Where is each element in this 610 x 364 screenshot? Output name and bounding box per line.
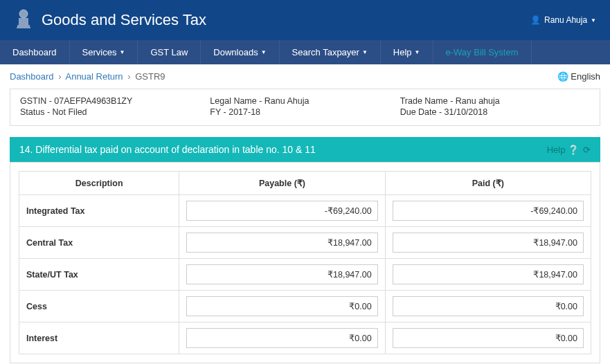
breadcrumb-current: GSTR9	[135, 71, 165, 82]
nav-eway[interactable]: e-Way Bill System	[433, 40, 532, 64]
row-payable-cell: ₹18,947.00	[179, 227, 385, 259]
status-value: Status - Not Filed	[20, 107, 210, 117]
col-payable: Payable (₹)	[179, 172, 385, 195]
breadcrumb-sep: ›	[127, 71, 130, 82]
table-row: Central Tax₹18,947.00₹18,947.00	[19, 227, 591, 259]
col-description: Description	[19, 172, 179, 195]
paid-input[interactable]: ₹0.00	[393, 328, 584, 348]
paid-input[interactable]: ₹18,947.00	[393, 233, 584, 253]
nav-search-taxpayer[interactable]: Search Taxpayer▼	[280, 40, 381, 64]
chevron-down-icon: ▼	[415, 49, 420, 55]
table-row: Cess₹0.00₹0.00	[19, 291, 591, 322]
page-title: Goods and Services Tax	[42, 11, 206, 29]
page-header: Goods and Services Tax 👤 Ranu Ahuja ▼	[0, 0, 610, 40]
user-menu[interactable]: 👤 Ranu Ahuja ▼	[530, 15, 596, 25]
row-desc: Interest	[19, 322, 179, 354]
breadcrumb-annual-return[interactable]: Annual Return	[65, 71, 123, 82]
payable-input[interactable]: ₹18,947.00	[186, 264, 377, 284]
row-paid-cell: -₹69,240.00	[385, 195, 591, 227]
row-desc: Cess	[19, 291, 179, 322]
svg-rect-1	[19, 18, 28, 25]
globe-icon: 🌐	[557, 71, 568, 82]
section-title: 14. Differential tax paid on account of …	[19, 144, 316, 155]
row-desc: Central Tax	[19, 227, 179, 259]
help-icon: ❔	[568, 145, 579, 155]
nav-dashboard[interactable]: Dashboard	[0, 40, 70, 64]
row-payable-cell: ₹18,947.00	[179, 259, 385, 291]
row-desc: Integrated Tax	[19, 195, 179, 227]
filing-info-box: GSTIN - 07AEFPA4963B1ZY Status - Not Fil…	[10, 89, 600, 126]
language-label: English	[571, 71, 600, 82]
gstin-value: GSTIN - 07AEFPA4963B1ZY	[20, 96, 210, 106]
svg-point-0	[19, 10, 28, 18]
section-header: 14. Differential tax paid on account of …	[10, 137, 600, 162]
payable-input[interactable]: ₹18,947.00	[186, 233, 377, 253]
chevron-down-icon: ▼	[261, 49, 267, 55]
due-date-value: Due Date - 31/10/2018	[400, 107, 590, 117]
paid-input[interactable]: -₹69,240.00	[393, 201, 584, 221]
payable-input[interactable]: -₹69,240.00	[186, 201, 377, 221]
row-paid-cell: ₹0.00	[385, 322, 591, 354]
row-payable-cell: ₹0.00	[179, 291, 385, 322]
svg-rect-2	[17, 25, 30, 27]
main-nav: Dashboard Services▼ GST Law Downloads▼ S…	[0, 40, 610, 64]
breadcrumb-dashboard[interactable]: Dashboard	[10, 71, 54, 82]
help-link[interactable]: Help ❔	[547, 145, 579, 155]
nav-help[interactable]: Help▼	[381, 40, 433, 64]
trade-name-value: Trade Name - Ranu ahuja	[400, 96, 590, 106]
breadcrumb-sep: ›	[58, 71, 61, 82]
user-icon: 👤	[530, 15, 541, 25]
breadcrumb: Dashboard › Annual Return › GSTR9	[10, 71, 165, 82]
row-payable-cell: ₹0.00	[179, 322, 385, 354]
row-paid-cell: ₹18,947.00	[385, 259, 591, 291]
svg-rect-3	[17, 27, 30, 28]
language-selector[interactable]: 🌐 English	[557, 71, 600, 82]
row-paid-cell: ₹0.00	[385, 291, 591, 322]
refresh-icon[interactable]: ⟳	[583, 145, 591, 155]
table-row: Integrated Tax-₹69,240.00-₹69,240.00	[19, 195, 591, 227]
india-emblem-icon	[14, 8, 33, 32]
chevron-down-icon: ▼	[591, 17, 596, 24]
nav-gst-law[interactable]: GST Law	[138, 40, 201, 64]
chevron-down-icon: ▼	[362, 49, 368, 55]
paid-input[interactable]: ₹0.00	[393, 296, 584, 316]
row-payable-cell: -₹69,240.00	[179, 195, 385, 227]
col-paid: Paid (₹)	[385, 172, 591, 195]
tax-table: Description Payable (₹) Paid (₹) Integra…	[19, 171, 591, 354]
paid-input[interactable]: ₹18,947.00	[393, 264, 584, 284]
chevron-down-icon: ▼	[119, 49, 125, 55]
payable-input[interactable]: ₹0.00	[186, 328, 377, 348]
table-row: State/UT Tax₹18,947.00₹18,947.00	[19, 259, 591, 291]
nav-downloads[interactable]: Downloads▼	[201, 40, 279, 64]
legal-name-value: Legal Name - Ranu Ahuja	[210, 96, 400, 106]
nav-services[interactable]: Services▼	[70, 40, 138, 64]
table-row: Interest₹0.00₹0.00	[19, 322, 591, 354]
row-desc: State/UT Tax	[19, 259, 179, 291]
payable-input[interactable]: ₹0.00	[186, 296, 377, 316]
user-name: Ranu Ahuja	[544, 15, 587, 25]
fy-value: FY - 2017-18	[210, 107, 400, 117]
row-paid-cell: ₹18,947.00	[385, 227, 591, 259]
